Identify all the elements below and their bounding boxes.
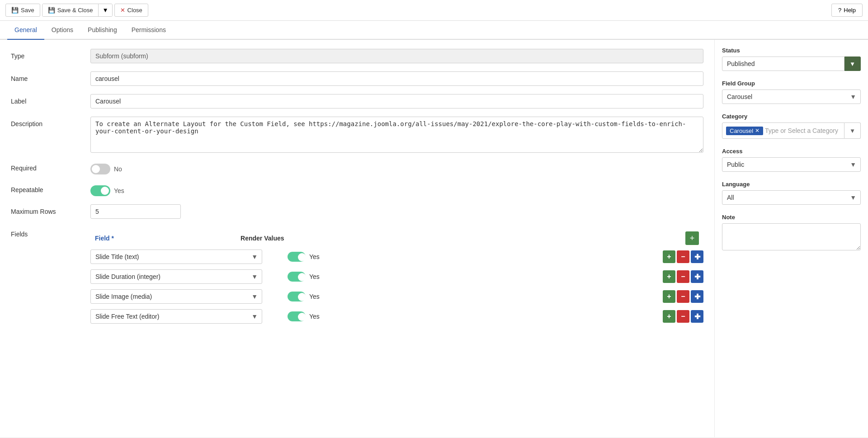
max-rows-row: Maximum Rows [11, 204, 703, 219]
render-toggle-wrap-2: Yes [288, 272, 320, 282]
access-select-wrap: Public Guest Registered Special Super Us… [722, 157, 861, 172]
category-field[interactable]: Carousel ✕ Type or Select a Category [722, 122, 844, 139]
field-move-btn-1[interactable]: ✚ [691, 250, 703, 263]
max-rows-input[interactable] [90, 204, 181, 219]
sidebar: Status Published ▼ Field Group Carousel … [714, 40, 868, 437]
render-toggle-wrap-3: Yes [288, 292, 320, 301]
render-label-3: Yes [309, 293, 320, 300]
render-label-4: Yes [309, 313, 320, 320]
field-add-btn-2[interactable]: + [663, 270, 675, 283]
render-label-2: Yes [309, 273, 320, 280]
category-label: Category [722, 113, 861, 120]
status-wrap: Published ▼ [722, 57, 861, 71]
field-add-btn-4[interactable]: + [663, 310, 675, 323]
required-row: Required No [11, 161, 703, 174]
access-section: Access Public Guest Registered Special S… [722, 148, 861, 172]
fields-section: Field * Render Values + Slide Title (tex… [90, 231, 703, 329]
status-field: Published [722, 57, 844, 71]
name-row: Name [11, 71, 703, 86]
field-group-label: Field Group [722, 80, 861, 87]
description-label: Description [11, 117, 83, 127]
chevron-down-icon-category: ▼ [849, 127, 855, 134]
field-remove-btn-3[interactable]: − [677, 290, 689, 303]
field-row-1: Slide Title (text) ▼ Yes + − ✚ [90, 250, 703, 264]
main-container: Type Name Label Description Required No [0, 40, 868, 437]
field-group-select[interactable]: Carousel None [722, 89, 861, 104]
status-label: Status [722, 47, 861, 54]
required-toggle[interactable] [90, 164, 110, 174]
status-arrow-button[interactable]: ▼ [844, 57, 861, 71]
save-close-arrow[interactable]: ▼ [98, 4, 112, 16]
category-tag-remove[interactable]: ✕ [755, 127, 760, 134]
field-move-btn-4[interactable]: ✚ [691, 310, 703, 323]
close-label: Close [127, 7, 142, 14]
tabs-bar: General Options Publishing Permissions [0, 21, 868, 40]
field-row-4: Slide Free Text (editor) ▼ Yes + − ✚ [90, 309, 703, 324]
type-row: Type [11, 49, 703, 63]
name-label: Name [11, 71, 83, 82]
help-button[interactable]: ? Help [831, 4, 863, 17]
action-btns-3: + − ✚ [663, 290, 703, 303]
add-field-button[interactable]: + [685, 231, 699, 245]
chevron-down-icon: ▼ [102, 7, 108, 14]
render-toggle-wrap-1: Yes [288, 252, 320, 262]
field-add-btn-1[interactable]: + [663, 250, 675, 263]
render-toggle-1[interactable] [288, 252, 306, 262]
render-toggle-4[interactable] [288, 311, 306, 321]
help-label: Help [844, 7, 856, 14]
render-toggle-2[interactable] [288, 272, 306, 282]
language-section: Language All English (UK) ▼ [722, 181, 861, 205]
field-remove-btn-2[interactable]: − [677, 270, 689, 283]
render-col-header: Render Values [241, 235, 284, 242]
type-input [90, 49, 703, 63]
status-section: Status Published ▼ [722, 47, 861, 71]
note-input[interactable] [722, 223, 861, 250]
field-select-wrap-3: Slide Image (media) ▼ [90, 289, 262, 304]
field-add-btn-3[interactable]: + [663, 290, 675, 303]
language-label: Language [722, 181, 861, 188]
render-toggle-3[interactable] [288, 292, 306, 301]
save-button[interactable]: 💾 Save [5, 4, 40, 17]
field-remove-btn-4[interactable]: − [677, 310, 689, 323]
repeatable-toggle-wrap: Yes [90, 183, 124, 196]
field-move-btn-3[interactable]: ✚ [691, 290, 703, 303]
required-label: Required [11, 161, 83, 172]
field-select-wrap-2: Slide Duration (integer) ▼ [90, 269, 262, 284]
save-close-icon: 💾 [48, 7, 55, 14]
save-close-label: Save & Close [57, 7, 93, 14]
name-input[interactable] [90, 71, 703, 86]
close-button[interactable]: ✕ Close [114, 4, 148, 17]
description-row: Description [11, 117, 703, 153]
repeatable-toggle[interactable] [90, 185, 110, 196]
label-label: Label [11, 94, 83, 105]
access-select[interactable]: Public Guest Registered Special Super Us… [722, 157, 861, 172]
action-btns-1: + − ✚ [663, 250, 703, 263]
access-label: Access [722, 148, 861, 155]
category-tag: Carousel ✕ [726, 127, 763, 135]
language-select[interactable]: All English (UK) [722, 190, 861, 205]
save-icon: 💾 [11, 7, 19, 14]
required-toggle-wrap: No [90, 161, 122, 174]
category-dropdown-button[interactable]: ▼ [844, 122, 861, 139]
field-select-2[interactable]: Slide Duration (integer) [90, 269, 262, 284]
required-toggle-label: No [114, 165, 122, 173]
field-select-1[interactable]: Slide Title (text) [90, 250, 262, 264]
label-row: Label [11, 94, 703, 108]
tab-permissions[interactable]: Permissions [124, 21, 173, 40]
save-close-button[interactable]: 💾 Save & Close [42, 4, 99, 16]
field-move-btn-2[interactable]: ✚ [691, 270, 703, 283]
field-select-4[interactable]: Slide Free Text (editor) [90, 309, 262, 324]
tab-publishing[interactable]: Publishing [80, 21, 124, 40]
category-field-wrap: Carousel ✕ Type or Select a Category ▼ [722, 122, 861, 139]
field-row-3: Slide Image (media) ▼ Yes + − ✚ [90, 289, 703, 304]
tab-general[interactable]: General [7, 21, 44, 40]
field-select-3[interactable]: Slide Image (media) [90, 289, 262, 304]
repeatable-row: Repeatable Yes [11, 183, 703, 196]
action-btns-4: + − ✚ [663, 310, 703, 323]
tab-options[interactable]: Options [44, 21, 80, 40]
field-remove-btn-1[interactable]: − [677, 250, 689, 263]
label-input[interactable] [90, 94, 703, 108]
render-toggle-wrap-4: Yes [288, 311, 320, 321]
toolbar: 💾 Save 💾 Save & Close ▼ ✕ Close ? Help [0, 0, 868, 21]
description-input[interactable] [90, 117, 703, 153]
